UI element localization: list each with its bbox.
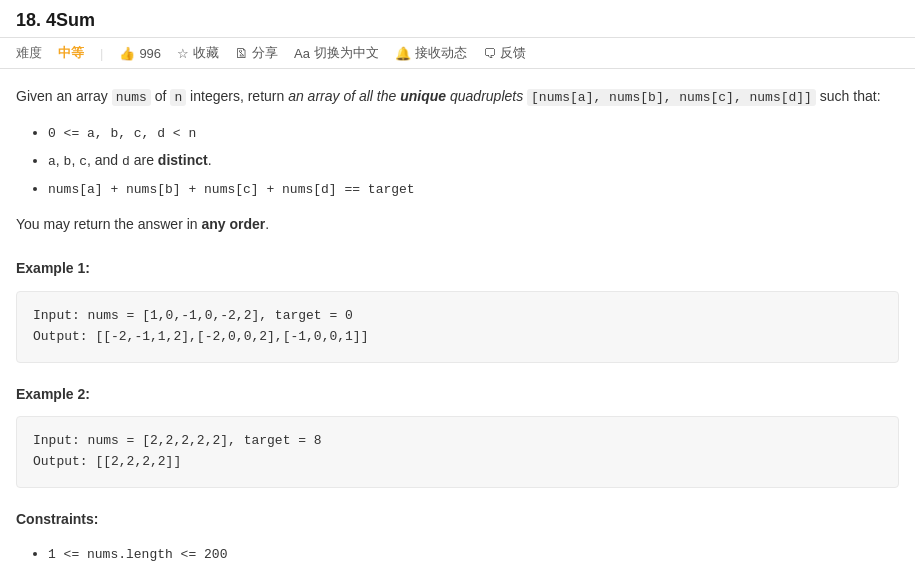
constraint-1: 1 <= nums.length <= 200 <box>48 542 899 566</box>
example1-title: Example 1: <box>16 257 899 281</box>
unique-bold: unique <box>400 88 446 104</box>
quadruplets-code: [nums[a], nums[b], nums[c], nums[d]] <box>527 89 816 106</box>
like-button[interactable]: 👍 996 <box>119 46 161 61</box>
toolbar: 难度 中等 | 👍 996 ☆ 收藏 🖻 分享 Aa 切换为中文 🔔 接收动态 … <box>0 38 915 69</box>
difficulty-value: 中等 <box>58 44 84 62</box>
star-icon: ☆ <box>177 46 189 61</box>
constraints-list: 1 <= nums.length <= 200 -109 <= nums[i] … <box>16 542 899 567</box>
favorite-label: 收藏 <box>193 44 219 62</box>
italic-intro: an array of all the unique quadruplets <box>288 88 523 104</box>
like-count: 996 <box>139 46 161 61</box>
feedback-button[interactable]: 🗨 反馈 <box>483 44 526 62</box>
share-label: 分享 <box>252 44 278 62</box>
subscribe-label: 接收动态 <box>415 44 467 62</box>
condition-2: a, b, c, and d are distinct. <box>48 149 899 173</box>
translate-label: 切换为中文 <box>314 44 379 62</box>
example2-title: Example 2: <box>16 383 899 407</box>
problem-title: 18. 4Sum <box>0 0 915 38</box>
example1-output: Output: [[-2,-1,1,2],[-2,0,0,2],[-1,0,0,… <box>33 327 882 348</box>
subscribe-button[interactable]: 🔔 接收动态 <box>395 44 467 62</box>
problem-content: Given an array nums of n integers, retur… <box>0 69 915 567</box>
translate-button[interactable]: Aa 切换为中文 <box>294 44 379 62</box>
conditions-list: 0 <= a, b, c, d < n a, b, c, and d are d… <box>16 121 899 201</box>
any-order-text: You may return the answer in any order. <box>16 213 899 237</box>
share-icon: 🖻 <box>235 46 248 61</box>
feedback-icon: 🗨 <box>483 46 496 61</box>
feedback-label: 反馈 <box>500 44 526 62</box>
thumb-icon: 👍 <box>119 46 135 61</box>
constraints-title: Constraints: <box>16 508 899 532</box>
example2-input: Input: nums = [2,2,2,2,2], target = 8 <box>33 431 882 452</box>
favorite-button[interactable]: ☆ 收藏 <box>177 44 219 62</box>
bell-icon: 🔔 <box>395 46 411 61</box>
example1-block: Input: nums = [1,0,-1,0,-2,2], target = … <box>16 291 899 363</box>
translate-icon: Aa <box>294 46 310 61</box>
difficulty-label: 难度 <box>16 44 42 62</box>
example1-input: Input: nums = [1,0,-1,0,-2,2], target = … <box>33 306 882 327</box>
nums-code: nums <box>112 89 151 106</box>
example2-output: Output: [[2,2,2,2]] <box>33 452 882 473</box>
problem-description: Given an array nums of n integers, retur… <box>16 85 899 109</box>
share-button[interactable]: 🖻 分享 <box>235 44 278 62</box>
condition-3: nums[a] + nums[b] + nums[c] + nums[d] ==… <box>48 177 899 201</box>
n-code: n <box>170 89 186 106</box>
example2-block: Input: nums = [2,2,2,2,2], target = 8 Ou… <box>16 416 899 488</box>
condition-1: 0 <= a, b, c, d < n <box>48 121 899 145</box>
